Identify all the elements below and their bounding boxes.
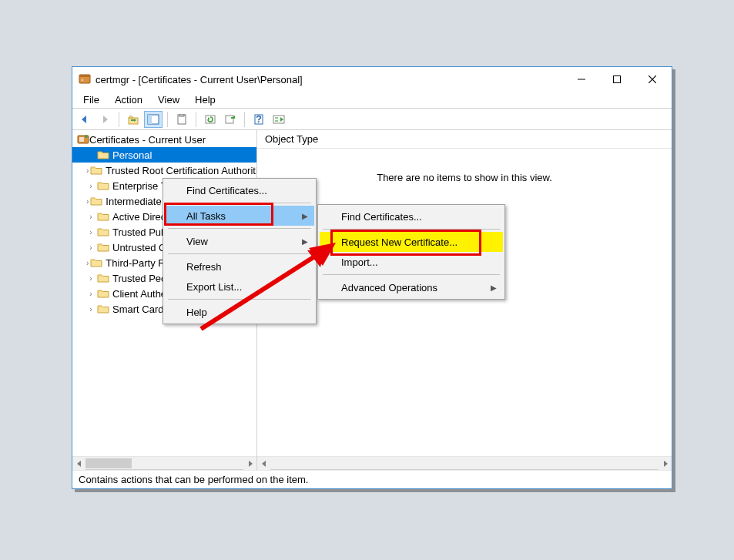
context-separator [323,274,500,275]
list-pane: Object Type There are no items to show i… [257,130,672,469]
toolbar-separator [196,112,196,127]
chevron-right-icon: ▶ [491,283,497,292]
toolbar-find-button[interactable] [270,111,288,128]
scrollbar-right-arrow[interactable] [659,457,672,470]
scrollbar-right-arrow[interactable] [243,457,256,470]
folder-icon [90,165,102,176]
chevron-right-icon: ▶ [302,212,308,220]
svg-point-2 [82,79,83,80]
tree-expander-icon[interactable]: › [86,243,96,252]
toolbar-separator [119,112,119,127]
tree-expander-icon[interactable]: › [86,182,96,190]
submenu-item-find-certificates[interactable]: Find Certificates... [320,206,503,226]
tree-expander-icon[interactable]: › [86,305,96,314]
tree-item[interactable]: ›Trusted Root Certification Authorities [72,163,256,178]
toolbar: ? [72,109,672,130]
tree-horizontal-scrollbar[interactable] [72,456,256,469]
context-item-refresh[interactable]: Refresh [165,257,314,277]
tree-item-label: Trusted Root Certification Authorities [106,165,256,176]
statusbar-text: Contains actions that can be performed o… [79,474,308,485]
folder-icon [97,273,109,283]
svg-rect-13 [226,116,233,123]
context-item-find-certificates[interactable]: Find Certificates... [165,180,314,200]
tree-expander-icon[interactable]: › [86,197,89,206]
titlebar: certmgr - [Certificates - Current User\P… [72,67,672,92]
context-item-view[interactable]: View▶ [165,231,314,251]
context-item-export-list[interactable]: Export List... [165,277,314,297]
context-menu: Find Certificates... All Tasks▶ View▶ Re… [163,178,317,324]
context-separator [168,228,311,229]
context-submenu-all-tasks: Find Certificates... Request New Certifi… [317,204,505,300]
tree-expander-icon[interactable]: › [86,259,89,267]
svg-rect-1 [79,75,90,77]
tree-expander-icon[interactable]: › [86,290,96,298]
submenu-item-request-new-certificate[interactable]: Request New Certificate... [320,232,503,252]
toolbar-separator [167,112,168,127]
window-title: certmgr - [Certificates - Current User\P… [96,74,303,86]
tree-expander-icon[interactable]: › [86,213,96,221]
toolbar-export-button[interactable] [221,111,240,128]
toolbar-forward-button[interactable] [96,111,114,128]
window-controls [564,68,670,91]
list-horizontal-scrollbar[interactable] [257,456,672,469]
scrollbar-thumb[interactable] [85,458,132,468]
toolbar-refresh-button[interactable] [201,111,220,128]
minimize-button[interactable] [564,68,599,91]
svg-text:?: ? [256,114,262,125]
tree-root-label: Certificates - Current User [89,134,206,146]
cert-root-icon [77,133,89,146]
list-body: There are no items to show in this view. [257,149,672,456]
folder-icon [97,211,109,222]
folder-icon [97,180,109,191]
folder-icon [97,303,109,314]
menu-view[interactable]: View [152,93,186,106]
context-separator [168,253,311,254]
toolbar-copy-button[interactable] [173,111,191,128]
maximize-button[interactable] [599,68,635,91]
list-column-header[interactable]: Object Type [257,130,672,149]
scrollbar-left-arrow[interactable] [72,457,85,470]
submenu-item-advanced-operations[interactable]: Advanced Operations▶ [320,277,503,297]
context-separator [168,203,311,203]
menu-file[interactable]: File [77,93,106,106]
list-empty-text: There are no items to show in this view. [377,172,552,183]
chevron-right-icon: ▶ [302,237,308,246]
toolbar-show-tree-button[interactable] [144,111,163,128]
submenu-item-import[interactable]: Import... [320,252,503,272]
folder-icon [90,257,102,268]
scrollbar-left-arrow[interactable] [257,457,270,470]
svg-rect-4 [614,76,621,83]
app-icon [79,72,91,87]
svg-rect-17 [275,117,278,119]
tree-expander-icon[interactable]: › [86,274,96,283]
folder-icon [97,288,109,299]
svg-rect-20 [79,137,84,142]
context-separator [323,229,500,230]
svg-point-21 [85,135,88,138]
svg-rect-9 [148,115,152,124]
context-item-all-tasks[interactable]: All Tasks▶ [165,206,314,226]
tree-item[interactable]: Personal [72,147,256,163]
tree-item-label: Personal [112,149,152,161]
toolbar-back-button[interactable] [75,111,94,128]
menu-action[interactable]: Action [109,93,149,106]
menu-help[interactable]: Help [189,93,222,106]
folder-icon [97,242,109,253]
tree-expander-icon[interactable]: › [86,228,96,236]
tree-expander-icon[interactable]: › [86,166,89,175]
tree-root[interactable]: Certificates - Current User [72,132,256,147]
toolbar-up-button[interactable] [124,111,142,128]
toolbar-help-button[interactable]: ? [250,111,268,128]
statusbar: Contains actions that can be performed o… [72,470,672,488]
context-item-help[interactable]: Help [165,302,314,322]
folder-icon [97,226,109,237]
list-column-label: Object Type [265,133,318,145]
certmgr-window: certmgr - [Certificates - Current User\P… [72,66,672,489]
toolbar-separator [244,112,245,127]
svg-rect-18 [275,120,278,122]
close-button[interactable] [635,68,670,91]
folder-icon [90,196,102,206]
menubar: File Action View Help [72,92,672,109]
svg-rect-11 [179,114,184,116]
folder-icon [97,149,109,160]
